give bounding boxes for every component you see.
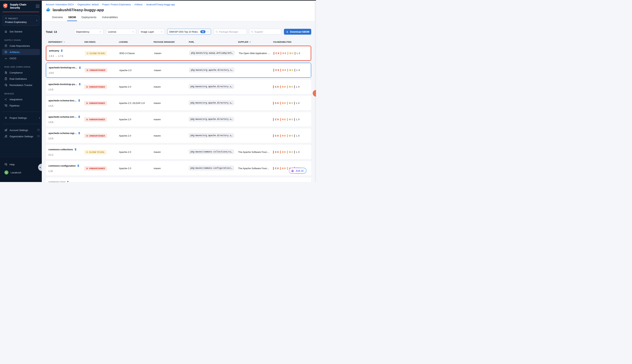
layers-icon[interactable]	[77, 164, 80, 167]
table-row[interactable]: commons-collections 3.2.2 ⊘CLOSE TO EOL …	[46, 145, 311, 159]
owasp-risks-filter-dropdown[interactable]: OWASP OSS Top 10 Risks 02	[167, 29, 211, 35]
sidebar-item-help[interactable]: Help	[0, 161, 42, 168]
project-selector[interactable]: PROJECT Product Exploratory ›	[2, 16, 39, 26]
license-value: Apache-2.0	[119, 118, 154, 121]
supplier-value: The Apache Software Foun…	[238, 167, 273, 170]
sidebar-item-rule-definitions[interactable]: Rule Definitions	[0, 76, 42, 82]
logo-underline	[2, 12, 39, 12]
column-dependency[interactable]: DEPENDENCY▼	[48, 41, 84, 43]
sidebar-item-account-settings[interactable]: Account Settings	[0, 127, 42, 133]
sidebar-item-remediation-tracker[interactable]: Remediation Tracker	[0, 82, 42, 88]
sidebar-item-organization-settings[interactable]: Organization Settings	[0, 133, 42, 140]
table-header: DEPENDENCY▼ OSS RISKS LICENSE PACKAGE MA…	[46, 40, 311, 44]
package-manager-value: maven	[154, 151, 189, 154]
column-package-manager: PACKAGE MANAGER	[154, 41, 189, 43]
table-row[interactable]: commons-lang 2.6 ⊗UNMAINTAINED Apache-2.…	[46, 178, 311, 182]
breadcrumb-artifacts[interactable]: Artifacts	[134, 3, 142, 6]
info-icon[interactable]	[37, 135, 40, 138]
sidebar-item-cicd[interactable]: ∞ CI/CD	[0, 55, 42, 62]
layers-icon[interactable]	[74, 148, 77, 151]
purl-value[interactable]: pkg:maven/org.owasp.antisamy/ant…	[189, 51, 234, 55]
chevron-down-icon	[207, 31, 209, 33]
breadcrumb-project[interactable]: Project: Product Exploratory	[102, 3, 131, 6]
sidebar: Supply Chain Security PROJECT Product Ex…	[0, 0, 42, 182]
table-row[interactable]: antisamy 1.5.3→1.7.8 ⊘CLOSE TO EOL BSD-2…	[46, 46, 311, 60]
infinity-icon: ∞	[4, 57, 7, 60]
owasp-count-badge: 02	[200, 30, 206, 33]
tab-vulnerabilities[interactable]: Vulnerabilities	[102, 14, 118, 21]
package-manager-value: maven	[154, 52, 189, 54]
sidebar-item-integrations[interactable]: Integrations	[0, 96, 42, 102]
package-manager-value: maven	[154, 167, 189, 170]
image-layer-filter-dropdown[interactable]: Image Layer	[139, 29, 164, 35]
oss-risk-badge: ⊗UNMAINTAINED	[84, 166, 107, 171]
sidebar-item-code-repositories[interactable]: Code Repositories	[0, 43, 42, 49]
sidebar-item-artifacts[interactable]: Artifacts	[2, 49, 40, 55]
table-row[interactable]: apacheds-schema-regi… 1.5.5 ⊗UNMAINTAINE…	[46, 128, 311, 143]
docker-icon	[46, 8, 51, 12]
column-oss-risks: OSS RISKS	[84, 41, 119, 43]
license-value: Apache-2.0	[119, 69, 154, 72]
module-grid-icon[interactable]	[36, 4, 39, 8]
layers-icon[interactable]	[78, 132, 80, 134]
breadcrumb-account[interactable]: Account: Automation-SSCA	[46, 3, 74, 6]
table-row[interactable]: apacheds-schema-extr… 1.5.5 ⊗UNMAINTAINE…	[46, 112, 311, 127]
layers-icon[interactable]	[78, 83, 81, 86]
tab-deployments[interactable]: Deployments	[82, 14, 96, 21]
tab-overview[interactable]: Overview	[52, 14, 63, 21]
license-filter-dropdown[interactable]: License	[106, 29, 136, 35]
user-menu[interactable]: L Lavakush	[0, 169, 42, 176]
selected-row-outline: apacheds-bootstrap-ex… 1.5.5 ⊗UNMAINTAIN…	[46, 63, 311, 78]
sidebar-item-pipelines[interactable]: Pipelines	[0, 102, 42, 109]
sidebar-item-get-started[interactable]: Get Started	[0, 28, 42, 35]
column-supplier[interactable]: SUPPLIER▲▼	[238, 41, 273, 43]
package-manager-search-input[interactable]	[219, 30, 244, 33]
layers-icon[interactable]	[79, 66, 81, 69]
clipboard-check-icon	[4, 77, 7, 80]
window-top-strip	[0, 0, 316, 1]
pipelines-icon	[4, 104, 7, 107]
chevron-right-icon: ›	[39, 116, 40, 120]
column-license: LICENSE	[119, 41, 154, 43]
package-manager-value: maven	[154, 118, 189, 121]
tab-sbom[interactable]: SBOM	[68, 14, 76, 21]
sort-desc-icon: ▼	[64, 41, 65, 43]
supplier-search-input[interactable]	[254, 30, 279, 33]
license-value: Apache-2.0	[119, 134, 154, 137]
table-row[interactable]: apacheds-bootstrap-pa… 1.5.5 ⊗UNMAINTAIN…	[46, 80, 311, 94]
table-row[interactable]: commons-configuration 1.10 ⊗UNMAINTAINED…	[46, 161, 311, 176]
total-count: Total: 13	[46, 30, 72, 33]
ask-ai-button[interactable]: Ask AI	[289, 168, 306, 174]
home-icon	[4, 30, 7, 33]
purl-value[interactable]: pkg:maven/org.apache.directory.s…	[189, 133, 234, 138]
info-icon[interactable]	[37, 129, 40, 132]
layers-icon[interactable]	[60, 49, 63, 52]
oss-risk-badge: ⊗UNMAINTAINED	[85, 68, 107, 72]
main-area: Account: Automation-SSCA › Organization:…	[42, 1, 316, 182]
breadcrumb-artifact-name[interactable]: lavakush07/easy-buggy-app	[146, 3, 175, 6]
layers-icon[interactable]	[78, 116, 80, 118]
purl-value[interactable]: pkg:maven/commons-configuration/…	[189, 166, 234, 170]
layers-icon[interactable]	[78, 99, 80, 102]
purl-value[interactable]: pkg:maven/org.apache.directory.s…	[189, 84, 234, 89]
table-row[interactable]: apacheds-schema-boo… 1.5.5 ⊗UNMAINTAINED…	[46, 96, 311, 110]
sidebar-section-supply-chain: SUPPLY CHAIN	[0, 39, 42, 41]
supplier-value: The Apache Software Foun…	[238, 151, 273, 154]
sidebar-item-label: Code Repositories	[10, 44, 30, 47]
download-sbom-button[interactable]: Download SBOM	[284, 29, 311, 35]
layers-icon[interactable]	[66, 181, 69, 182]
purl-value[interactable]: pkg:maven/commons-collections/co…	[189, 150, 234, 154]
sidebar-item-compliance[interactable]: Compliance	[0, 70, 42, 76]
purl-value[interactable]: pkg:maven/org.apache.directory.s…	[189, 100, 234, 105]
purl-value[interactable]: pkg:maven/org.apache.directory.s…	[189, 117, 234, 121]
table-row[interactable]: apacheds-bootstrap-ex… 1.5.5 ⊗UNMAINTAIN…	[46, 63, 311, 77]
sidebar-item-project-settings[interactable]: ⚙ Project Settings ›	[0, 115, 42, 121]
sidebar-section-risk-compliance: RISK AND COMPLIANCE	[0, 66, 42, 68]
purl-value[interactable]: pkg:maven/org.apache.directory.s…	[189, 68, 234, 72]
sidebar-item-label: CI/CD	[10, 57, 16, 60]
project-name: Product Exploratory	[5, 21, 36, 24]
dependency-filter-dropdown[interactable]: Dependency	[74, 29, 104, 35]
vulnerability-counts: C0 H0 M0 L0	[273, 151, 311, 154]
breadcrumb-organization[interactable]: Organization: default	[78, 3, 98, 6]
tab-bar: Overview SBOM Deployments Vulnerabilitie…	[42, 14, 316, 21]
